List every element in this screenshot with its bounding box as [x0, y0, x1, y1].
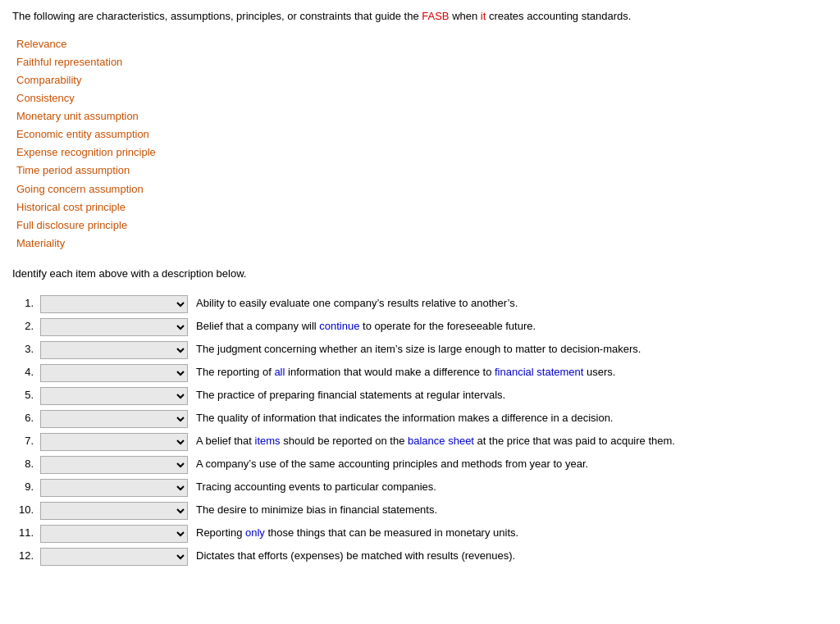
- row-description: The quality of information that indicate…: [193, 408, 828, 430]
- table-row: 2.RelevanceFaithful representationCompar…: [12, 316, 828, 339]
- answer-dropdown-1[interactable]: RelevanceFaithful representationComparab…: [40, 295, 188, 313]
- term-comparability: Comparability: [16, 71, 828, 89]
- term-faithful: Faithful representation: [16, 53, 828, 71]
- table-row: 9.RelevanceFaithful representationCompar…: [12, 476, 828, 499]
- term-materiality: Materiality: [16, 235, 828, 253]
- row-description: Ability to easily evaluate one company’s…: [193, 293, 828, 316]
- answer-dropdown-2[interactable]: RelevanceFaithful representationComparab…: [40, 318, 188, 336]
- table-row: 6.RelevanceFaithful representationCompar…: [12, 408, 828, 430]
- row-description: A company’s use of the same accounting p…: [193, 453, 828, 476]
- row-description: The judgment concerning whether an item’…: [193, 339, 828, 362]
- term-time: Time period assumption: [16, 162, 828, 180]
- row-description: Tracing accounting events to particular …: [193, 476, 828, 499]
- terms-list: Relevance Faithful representation Compar…: [12, 35, 828, 253]
- term-full: Full disclosure principle: [16, 216, 828, 235]
- answer-select-cell[interactable]: RelevanceFaithful representationComparab…: [37, 385, 193, 408]
- term-relevance: Relevance: [16, 35, 828, 53]
- term-monetary: Monetary unit assumption: [16, 107, 828, 125]
- row-description: Dictates that efforts (expenses) be matc…: [193, 545, 828, 568]
- answer-select-cell[interactable]: RelevanceFaithful representationComparab…: [37, 430, 193, 453]
- answer-select-cell[interactable]: RelevanceFaithful representationComparab…: [37, 316, 193, 339]
- row-number: 2.: [12, 316, 37, 339]
- row-number: 8.: [12, 453, 37, 476]
- row-description: Belief that a company will continue to o…: [193, 316, 828, 339]
- row-number: 7.: [12, 430, 37, 453]
- table-row: 10.RelevanceFaithful representationCompa…: [12, 499, 828, 522]
- row-description: The desire to minimize bias in financial…: [193, 499, 828, 522]
- term-economic: Economic entity assumption: [16, 125, 828, 143]
- answer-select-cell[interactable]: RelevanceFaithful representationComparab…: [37, 476, 193, 499]
- table-row: 3.RelevanceFaithful representationCompar…: [12, 339, 828, 362]
- row-number: 6.: [12, 408, 37, 430]
- answer-select-cell[interactable]: RelevanceFaithful representationComparab…: [37, 339, 193, 362]
- row-description: A belief that items should be reported o…: [193, 430, 828, 453]
- row-number: 10.: [12, 499, 37, 522]
- intro-paragraph: The following are characteristics, assum…: [12, 8, 828, 25]
- row-description: The reporting of all information that wo…: [193, 362, 828, 385]
- term-historical: Historical cost principle: [16, 198, 828, 216]
- answer-dropdown-3[interactable]: RelevanceFaithful representationComparab…: [40, 341, 188, 359]
- table-row: 7.RelevanceFaithful representationCompar…: [12, 430, 828, 453]
- answer-select-cell[interactable]: RelevanceFaithful representationComparab…: [37, 522, 193, 545]
- answer-dropdown-11[interactable]: RelevanceFaithful representationComparab…: [40, 525, 188, 543]
- term-consistency: Consistency: [16, 89, 828, 107]
- answer-select-cell[interactable]: RelevanceFaithful representationComparab…: [37, 499, 193, 522]
- table-row: 5.RelevanceFaithful representationCompar…: [12, 385, 828, 408]
- answer-dropdown-12[interactable]: RelevanceFaithful representationComparab…: [40, 548, 188, 566]
- table-row: 11.RelevanceFaithful representationCompa…: [12, 522, 828, 545]
- answer-select-cell[interactable]: RelevanceFaithful representationComparab…: [37, 293, 193, 316]
- identify-label: Identify each item above with a descript…: [12, 266, 828, 283]
- answer-dropdown-5[interactable]: RelevanceFaithful representationComparab…: [40, 387, 188, 405]
- answer-dropdown-8[interactable]: RelevanceFaithful representationComparab…: [40, 456, 188, 474]
- table-row: 4.RelevanceFaithful representationCompar…: [12, 362, 828, 385]
- row-number: 5.: [12, 385, 37, 408]
- row-number: 3.: [12, 339, 37, 362]
- row-number: 1.: [12, 293, 37, 316]
- term-expense: Expense recognition principle: [16, 143, 828, 162]
- table-row: 12.RelevanceFaithful representationCompa…: [12, 545, 828, 568]
- answer-select-cell[interactable]: RelevanceFaithful representationComparab…: [37, 362, 193, 385]
- answer-select-cell[interactable]: RelevanceFaithful representationComparab…: [37, 408, 193, 430]
- it-highlight: it: [481, 10, 486, 22]
- row-description: The practice of preparing financial stat…: [193, 385, 828, 408]
- fasb-highlight: FASB: [422, 10, 449, 22]
- table-row: 1.RelevanceFaithful representationCompar…: [12, 293, 828, 316]
- match-table: 1.RelevanceFaithful representationCompar…: [12, 293, 828, 568]
- row-number: 11.: [12, 522, 37, 545]
- answer-select-cell[interactable]: RelevanceFaithful representationComparab…: [37, 545, 193, 568]
- answer-dropdown-9[interactable]: RelevanceFaithful representationComparab…: [40, 479, 188, 497]
- answer-dropdown-6[interactable]: RelevanceFaithful representationComparab…: [40, 410, 188, 428]
- table-row: 8.RelevanceFaithful representationCompar…: [12, 453, 828, 476]
- row-number: 9.: [12, 476, 37, 499]
- answer-dropdown-10[interactable]: RelevanceFaithful representationComparab…: [40, 502, 188, 520]
- row-number: 4.: [12, 362, 37, 385]
- row-description: Reporting only those things that can be …: [193, 522, 828, 545]
- answer-select-cell[interactable]: RelevanceFaithful representationComparab…: [37, 453, 193, 476]
- term-going: Going concern assumption: [16, 180, 828, 198]
- row-number: 12.: [12, 545, 37, 568]
- answer-dropdown-4[interactable]: RelevanceFaithful representationComparab…: [40, 364, 188, 382]
- answer-dropdown-7[interactable]: RelevanceFaithful representationComparab…: [40, 433, 188, 451]
